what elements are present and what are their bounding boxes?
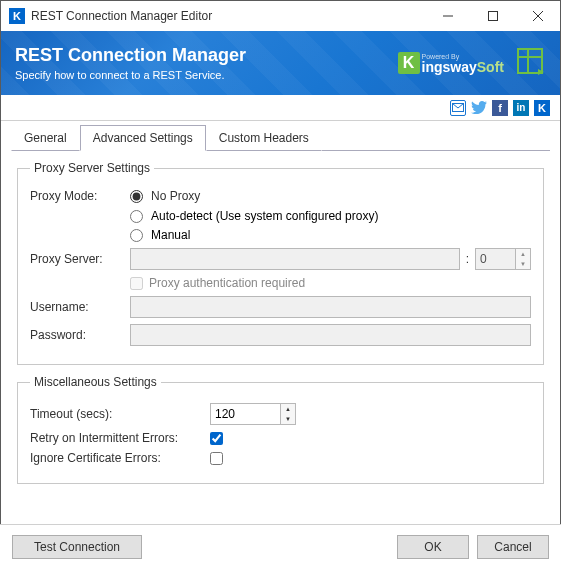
username-input[interactable] bbox=[130, 296, 531, 318]
retry-checkbox[interactable] bbox=[210, 432, 223, 445]
kingswaysoft-icon[interactable]: K bbox=[534, 100, 550, 116]
proxy-mode-manual-radio[interactable] bbox=[130, 229, 143, 242]
password-input[interactable] bbox=[130, 324, 531, 346]
retry-label: Retry on Intermittent Errors: bbox=[30, 431, 210, 445]
minimize-button[interactable] bbox=[425, 1, 470, 31]
proxy-mode-auto-radio[interactable] bbox=[130, 210, 143, 223]
window-title: REST Connection Manager Editor bbox=[31, 9, 425, 23]
timeout-input[interactable] bbox=[210, 403, 280, 425]
brand-logo: K Powered By ingswaySoft bbox=[398, 52, 504, 74]
close-button[interactable] bbox=[515, 1, 560, 31]
proxy-mode-no-proxy-label: No Proxy bbox=[151, 189, 200, 203]
banner-subtitle: Specify how to connect to a REST Service… bbox=[15, 69, 246, 81]
username-label: Username: bbox=[30, 300, 130, 314]
proxy-server-input[interactable] bbox=[130, 248, 460, 270]
proxy-auth-checkbox[interactable] bbox=[130, 277, 143, 290]
tab-advanced-settings[interactable]: Advanced Settings bbox=[80, 125, 206, 151]
timeout-spin-up[interactable]: ▲ bbox=[281, 404, 295, 414]
tab-content: Proxy Server Settings Proxy Mode: No Pro… bbox=[1, 151, 560, 504]
proxy-port-input[interactable] bbox=[475, 248, 515, 270]
svg-rect-1 bbox=[488, 12, 497, 21]
banner-title: REST Connection Manager bbox=[15, 45, 246, 66]
test-connection-button[interactable]: Test Connection bbox=[12, 535, 142, 559]
maximize-button[interactable] bbox=[470, 1, 515, 31]
port-spin-up[interactable]: ▲ bbox=[516, 249, 530, 259]
brand-k-icon: K bbox=[398, 52, 420, 74]
proxy-mode-manual-label: Manual bbox=[151, 228, 190, 242]
timeout-spin-down[interactable]: ▼ bbox=[281, 414, 295, 424]
proxy-auth-label: Proxy authentication required bbox=[149, 276, 305, 290]
banner: REST Connection Manager Specify how to c… bbox=[1, 31, 560, 95]
window-controls bbox=[425, 1, 560, 31]
social-bar: f in K bbox=[1, 95, 560, 121]
tab-strip: General Advanced Settings Custom Headers bbox=[1, 125, 560, 151]
tab-general[interactable]: General bbox=[11, 125, 80, 151]
proxy-legend: Proxy Server Settings bbox=[30, 161, 154, 175]
proxy-port-spinner[interactable]: ▲ ▼ bbox=[475, 248, 531, 270]
misc-legend: Miscellaneous Settings bbox=[30, 375, 161, 389]
ignore-cert-label: Ignore Certificate Errors: bbox=[30, 451, 210, 465]
linkedin-icon[interactable]: in bbox=[513, 100, 529, 116]
proxy-settings-group: Proxy Server Settings Proxy Mode: No Pro… bbox=[17, 161, 544, 365]
twitter-icon[interactable] bbox=[471, 100, 487, 116]
facebook-icon[interactable]: f bbox=[492, 100, 508, 116]
timeout-label: Timeout (secs): bbox=[30, 407, 210, 421]
proxy-mode-auto-label: Auto-detect (Use system configured proxy… bbox=[151, 209, 378, 223]
port-spin-down[interactable]: ▼ bbox=[516, 259, 530, 269]
timeout-spinner[interactable]: ▲ ▼ bbox=[210, 403, 296, 425]
password-label: Password: bbox=[30, 328, 130, 342]
proxy-mode-no-proxy-radio[interactable] bbox=[130, 190, 143, 203]
proxy-mode-label: Proxy Mode: bbox=[30, 189, 130, 203]
misc-settings-group: Miscellaneous Settings Timeout (secs): ▲… bbox=[17, 375, 544, 484]
proxy-server-label: Proxy Server: bbox=[30, 252, 130, 266]
cancel-button[interactable]: Cancel bbox=[477, 535, 549, 559]
footer: Test Connection OK Cancel bbox=[0, 524, 561, 568]
mail-icon[interactable] bbox=[450, 100, 466, 116]
ignore-cert-checkbox[interactable] bbox=[210, 452, 223, 465]
brand-name: ingswaySoft bbox=[422, 60, 504, 74]
titlebar: K REST Connection Manager Editor bbox=[1, 1, 560, 31]
ok-button[interactable]: OK bbox=[397, 535, 469, 559]
config-icon bbox=[514, 45, 546, 81]
tab-custom-headers[interactable]: Custom Headers bbox=[206, 125, 322, 151]
app-icon: K bbox=[9, 8, 25, 24]
port-separator: : bbox=[466, 252, 469, 266]
